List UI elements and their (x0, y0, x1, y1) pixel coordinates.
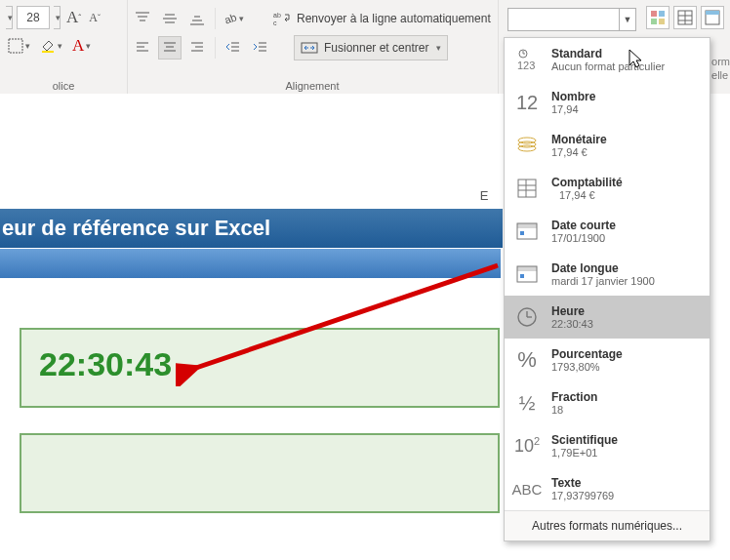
group-label-font: olice (0, 80, 127, 92)
align-bottom-icon (189, 11, 205, 26)
font-size-dropdown-arrow[interactable]: ▾ (54, 6, 61, 29)
format-option-number[interactable]: 12 Nombre17,94 (505, 81, 710, 124)
svg-rect-50 (518, 180, 536, 197)
short-date-icon (512, 217, 542, 246)
increase-indent-button[interactable] (249, 36, 272, 60)
letter-a-small-icon: A (89, 11, 98, 25)
format-option-long-date[interactable]: Date longuemardi 17 janvier 1900 (505, 253, 710, 296)
cell-value: 22:30:43 (39, 345, 172, 383)
borders-icon (8, 38, 23, 54)
chevron-down-icon: ▼ (619, 9, 635, 30)
conditional-format-button[interactable] (646, 6, 669, 29)
format-option-scientific[interactable]: 102 Scientifique1,79E+01 (505, 424, 710, 467)
format-option-currency[interactable]: Monétaire17,94 € (505, 124, 710, 167)
number-format-dropdown: 123 StandardAucun format particulier 12 … (504, 37, 710, 541)
svg-text:123: 123 (517, 60, 535, 71)
align-middle-icon (162, 11, 178, 26)
orientation-button[interactable]: ab▾ (222, 7, 245, 30)
font-size-box[interactable]: 28 (17, 6, 50, 29)
format-option-short-date[interactable]: Date courte17/01/1900 (505, 210, 710, 253)
svg-text:ab: ab (273, 12, 281, 19)
borders-button[interactable]: ▾ (6, 35, 32, 57)
svg-rect-32 (651, 11, 657, 17)
format-option-text[interactable]: ABC Texte17,93799769 (505, 467, 710, 510)
align-bottom-button[interactable] (185, 7, 209, 30)
ribbon-group-font: ▾ 28 ▾ Aˆ Aˇ ▾ ▾ A▾ olice (0, 0, 128, 94)
increase-indent-icon (253, 40, 268, 56)
selected-cell[interactable]: 22:30:43 (20, 328, 500, 408)
fill-color-button[interactable]: ▾ (38, 35, 64, 57)
grow-font-button[interactable]: Aˆ (64, 7, 83, 28)
wrap-text-icon: abc (273, 11, 291, 26)
svg-rect-1 (42, 51, 54, 53)
svg-rect-41 (706, 11, 719, 15)
column-header-e[interactable]: E (466, 183, 502, 207)
group-label-alignment: Alignement (127, 80, 498, 92)
merge-center-label: Fusionner et centrer (324, 41, 428, 55)
merge-center-button[interactable]: Fusionner et centrer ▾ (294, 35, 448, 60)
scientific-icon: 102 (512, 431, 542, 460)
number-format-combo[interactable]: ▼ (507, 8, 636, 31)
ribbon-group-alignment: ab▾ abc Renvoyer à la ligne automatiquem… (127, 0, 499, 94)
align-middle-button[interactable] (158, 7, 182, 30)
font-color-icon: A (72, 36, 84, 56)
separator (215, 37, 216, 59)
orientation-icon: ab (223, 11, 237, 26)
svg-rect-0 (9, 39, 22, 53)
format-option-accounting[interactable]: Comptabilité17,94 € (505, 167, 710, 210)
bucket-icon (40, 38, 56, 54)
font-name-dropdown-arrow[interactable]: ▾ (6, 6, 13, 29)
svg-rect-58 (517, 266, 537, 271)
align-left-icon (135, 40, 150, 56)
align-top-icon (135, 11, 150, 26)
format-option-fraction[interactable]: ½ Fraction18 (505, 381, 710, 424)
fraction-icon: ½ (512, 388, 542, 418)
separator (215, 8, 216, 29)
time-icon (512, 302, 542, 332)
more-number-formats[interactable]: Autres formats numériques... (505, 510, 710, 540)
conditional-format-icon (650, 10, 666, 25)
format-as-table-button[interactable] (673, 6, 697, 29)
format-option-standard[interactable]: 123 StandardAucun format particulier (505, 38, 710, 81)
shrink-font-button[interactable]: Aˇ (87, 7, 102, 28)
truncated-text: ormelle (711, 55, 730, 82)
align-right-icon (189, 40, 205, 56)
font-color-button[interactable]: A▾ (70, 35, 93, 57)
align-top-button[interactable] (131, 7, 154, 30)
svg-rect-35 (659, 19, 665, 24)
align-left-button[interactable] (131, 36, 154, 60)
svg-rect-34 (651, 19, 657, 24)
decrease-indent-icon (225, 40, 241, 56)
svg-point-49 (518, 145, 536, 151)
font-size-value: 28 (26, 11, 39, 24)
cell-below[interactable] (20, 433, 500, 513)
mouse-cursor-icon (628, 48, 645, 69)
format-option-percentage[interactable]: % Pourcentage1793,80% (505, 339, 710, 381)
text-icon: ABC (512, 474, 542, 503)
cell-styles-icon (705, 10, 720, 25)
wrap-text-button[interactable]: abc Renvoyer à la ligne automatiquement (266, 6, 498, 31)
align-right-button[interactable] (185, 36, 209, 60)
number-icon: 12 (512, 88, 542, 117)
cell-styles-button[interactable] (701, 6, 724, 29)
accounting-icon (512, 174, 542, 203)
letter-a-big-icon: A (66, 8, 78, 27)
svg-rect-55 (517, 223, 537, 228)
svg-text:ab: ab (223, 11, 237, 25)
svg-rect-59 (520, 274, 524, 278)
decrease-indent-button[interactable] (222, 36, 245, 60)
wrap-text-label: Renvoyer à la ligne automatiquement (297, 12, 491, 25)
align-center-icon (162, 40, 178, 56)
long-date-icon (512, 260, 542, 289)
standard-icon: 123 (512, 45, 542, 74)
format-option-time[interactable]: Heure22:30:43 (505, 296, 710, 339)
merge-icon (301, 40, 318, 56)
sheet-subtitle-row (0, 249, 501, 278)
percentage-icon: % (512, 345, 542, 375)
svg-rect-33 (659, 11, 665, 17)
table-icon (677, 10, 693, 25)
svg-text:c: c (273, 20, 277, 26)
sheet-title-row: eur de référence sur Excel (0, 209, 503, 248)
svg-rect-56 (520, 231, 524, 235)
align-center-button[interactable] (158, 36, 182, 60)
